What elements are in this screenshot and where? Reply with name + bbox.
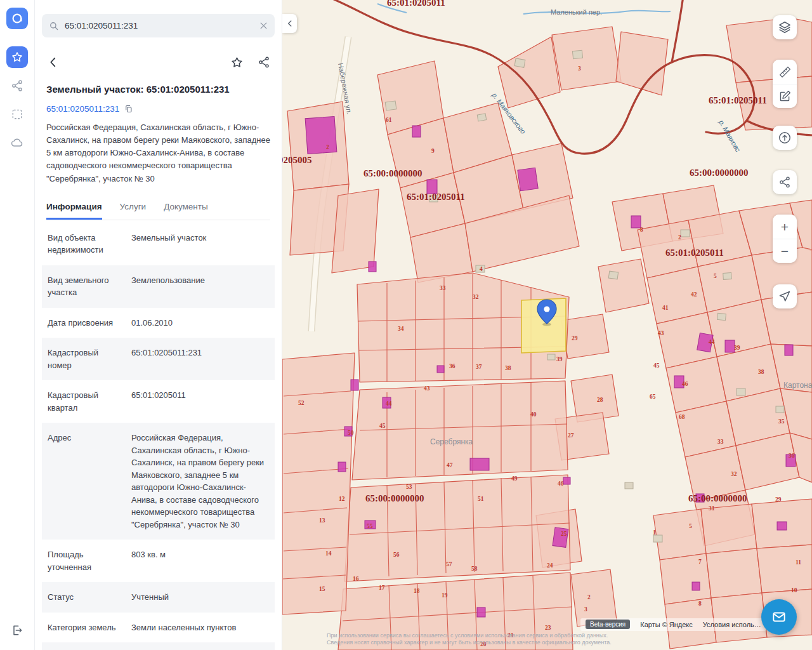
layers-button[interactable] [773, 15, 797, 39]
cadastral-code-row: 65:01:0205011:231 [46, 104, 270, 114]
zoom-in-button[interactable]: + [773, 215, 797, 239]
search-clear-button[interactable] [259, 21, 268, 30]
tab-services[interactable]: Услуги [120, 197, 147, 220]
table-row: АдресРоссийская Федерация, Сахалинская о… [42, 423, 275, 540]
map-copyright: Карты © Яндекс [640, 621, 693, 628]
ruler-button[interactable] [773, 60, 797, 84]
star-icon [11, 51, 23, 63]
table-row: Категория земельЗемли населенных пунктов [42, 613, 275, 643]
rail-item-area-select[interactable] [6, 103, 28, 125]
app-root: Земельный участок: 65:01:0205011:231 65:… [0, 0, 812, 650]
copy-icon [124, 104, 133, 114]
search-input[interactable] [65, 21, 254, 30]
copy-button[interactable] [124, 104, 133, 114]
upload-button[interactable] [773, 126, 797, 150]
share-icon [258, 56, 270, 69]
back-button[interactable] [46, 55, 60, 69]
rail-item-favorites[interactable] [6, 46, 28, 68]
share-map-button[interactable] [773, 170, 797, 194]
plus-icon: + [781, 220, 789, 234]
table-row: Кадастровый номер65:01:0205011:231 [42, 338, 275, 380]
page-title: Земельный участок: 65:01:0205011:231 [46, 84, 270, 95]
collapse-panel-button[interactable] [282, 14, 297, 33]
nspd-logo[interactable] [6, 8, 28, 29]
locate-button[interactable] [773, 284, 797, 308]
share-object-button[interactable] [258, 56, 270, 69]
envelope-icon [771, 609, 787, 625]
map-controls: + − [773, 15, 797, 308]
cadastral-code-link[interactable]: 65:01:0205011:231 [46, 104, 119, 114]
cloud-icon [11, 136, 23, 149]
attribute-table: Вид объекта недвижимостиЗемельный участо… [42, 223, 275, 650]
terms-link[interactable]: Условия исполь… [703, 621, 761, 628]
zoom-out-button[interactable]: − [773, 239, 797, 263]
selection-icon [11, 108, 23, 121]
table-row: Площадь уточненная803 кв. м [42, 540, 275, 582]
map-fineprint: При использовании сервиса вы соглашаетес… [327, 632, 657, 647]
ruler-icon [778, 65, 792, 79]
favorite-button[interactable] [230, 56, 244, 69]
map-attribution: Beta-версия Карты © Яндекс Условия испол… [580, 618, 766, 631]
logo-icon [10, 11, 24, 25]
nodes-icon [11, 79, 23, 92]
tab-bar: Информация Услуги Документы [46, 197, 270, 220]
star-outline-icon [230, 56, 244, 69]
map-area[interactable]: 65:01:020501165:01:020501165:01:02050056… [282, 0, 812, 650]
detail-header [46, 55, 270, 69]
table-row: СтатусУчтенный [42, 582, 275, 613]
tab-information[interactable]: Информация [46, 197, 102, 220]
measure-edit-group [773, 60, 797, 108]
detail-panel: Земельный участок: 65:01:0205011:231 65:… [35, 0, 282, 650]
search-icon [48, 20, 60, 32]
layers-icon [778, 20, 792, 34]
edit-icon [778, 90, 792, 103]
search-bar [42, 14, 275, 37]
table-row: Вид земельного участкаЗемлепользование [42, 265, 275, 308]
draw-button[interactable] [773, 84, 797, 108]
object-description: Российская Федерация, Сахалинская област… [46, 121, 270, 185]
tab-documents[interactable]: Документы [164, 197, 208, 220]
icon-rail [0, 0, 35, 650]
chevron-left-icon [46, 55, 60, 69]
logout-icon [11, 624, 23, 637]
upload-icon [778, 131, 792, 145]
table-row: Дата присвоения01.06.2010 [42, 308, 275, 338]
zoom-group: + − [773, 215, 797, 263]
logout-button[interactable] [6, 620, 28, 641]
rail-item-objects[interactable] [6, 75, 28, 96]
chat-button[interactable] [761, 599, 797, 635]
close-icon [259, 21, 268, 30]
minus-icon: − [781, 244, 789, 258]
table-row: Кадастровый квартал65:01:0205011 [42, 380, 275, 423]
map-canvas[interactable]: 65:01:020501165:01:020501165:01:02050056… [282, 0, 812, 650]
rail-item-cloud[interactable] [6, 132, 28, 154]
table-row: Вид [42, 642, 275, 650]
chevron-left-icon [285, 19, 294, 28]
share-icon [778, 176, 791, 189]
beta-badge: Beta-версия [586, 620, 630, 629]
table-row: Вид объекта недвижимостиЗемельный участо… [42, 223, 275, 265]
navigation-arrow-icon [778, 290, 791, 303]
